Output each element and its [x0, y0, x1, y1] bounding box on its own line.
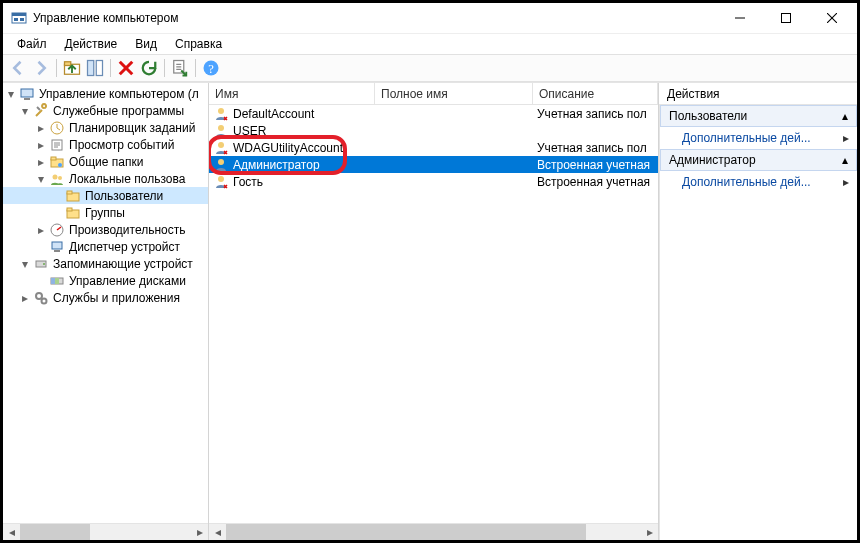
refresh-button[interactable]: [138, 57, 160, 79]
col-name[interactable]: Имя: [209, 83, 375, 104]
svg-point-40: [218, 108, 224, 114]
svg-point-43: [218, 159, 224, 165]
chevron-right-icon: ▸: [843, 131, 849, 145]
tree-pane: ▾ Управление компьютером (л ▾ Служебные …: [3, 83, 209, 540]
list-row[interactable]: USER: [209, 122, 658, 139]
menu-help[interactable]: Справка: [167, 35, 230, 53]
toolbar-separator: [110, 59, 111, 77]
event-icon: [49, 137, 65, 153]
collapse-icon[interactable]: ▾: [5, 88, 17, 100]
tree-root[interactable]: ▾ Управление компьютером (л: [3, 85, 208, 102]
tree-shared-folders[interactable]: ▸ Общие папки: [3, 153, 208, 170]
list-row[interactable]: Гость Встроенная учетная: [209, 173, 658, 190]
tree-storage[interactable]: ▾ Запоминающие устройст: [3, 255, 208, 272]
window: Управление компьютером Файл Действие Вид…: [0, 0, 860, 543]
expand-icon[interactable]: ▸: [35, 156, 47, 168]
actions-more-admin[interactable]: Дополнительные дей... ▸: [660, 171, 857, 193]
svg-rect-36: [51, 278, 55, 284]
col-fullname[interactable]: Полное имя: [375, 83, 533, 104]
services-icon: [33, 290, 49, 306]
actions-group-admin[interactable]: Администратор ▴: [660, 149, 857, 171]
scroll-left-button[interactable]: ◂: [3, 524, 20, 540]
svg-text:?: ?: [208, 62, 214, 76]
tree-groups[interactable]: Группы: [3, 204, 208, 221]
list-row[interactable]: WDAGUtilityAccount Учетная запись пол: [209, 139, 658, 156]
menu-action[interactable]: Действие: [57, 35, 126, 53]
tree-task-scheduler[interactable]: ▸ Планировщик заданий: [3, 119, 208, 136]
svg-rect-27: [67, 191, 72, 194]
expand-icon[interactable]: ▸: [19, 292, 31, 304]
user-icon: [213, 174, 229, 190]
user-icon: [213, 157, 229, 173]
device-icon: [49, 239, 65, 255]
close-button[interactable]: [809, 4, 855, 32]
toolbar-separator: [56, 59, 57, 77]
titlebar: Управление компьютером: [3, 3, 857, 34]
scroll-thumb[interactable]: [226, 524, 586, 540]
actions-title: Действия: [659, 83, 857, 105]
expand-icon[interactable]: ▸: [35, 122, 47, 134]
scroll-right-button[interactable]: ▸: [641, 524, 658, 540]
toolbar-separator: [164, 59, 165, 77]
tree-device-manager[interactable]: Диспетчер устройст: [3, 238, 208, 255]
collapse-icon[interactable]: ▾: [19, 258, 31, 270]
back-button[interactable]: [7, 57, 29, 79]
svg-point-34: [43, 263, 45, 265]
scroll-right-button[interactable]: ▸: [191, 524, 208, 540]
clock-icon: [49, 120, 65, 136]
tree-users[interactable]: Пользователи: [3, 187, 208, 204]
list-row[interactable]: DefaultAccount Учетная запись пол: [209, 105, 658, 122]
svg-rect-29: [67, 208, 72, 211]
actions-group-users[interactable]: Пользователи ▴: [660, 105, 857, 127]
col-description[interactable]: Описание: [533, 83, 658, 104]
svg-rect-31: [52, 242, 62, 249]
user-icon: [213, 106, 229, 122]
chevron-up-icon: ▴: [842, 153, 848, 167]
svg-rect-37: [55, 278, 59, 284]
collapse-icon[interactable]: ▾: [35, 173, 47, 185]
actions-more-users[interactable]: Дополнительные дей... ▸: [660, 127, 857, 149]
user-icon: [213, 140, 229, 156]
help-button[interactable]: ?: [200, 57, 222, 79]
user-icon: [213, 123, 229, 139]
actions-body: Пользователи ▴ Дополнительные дей... ▸ А…: [659, 105, 857, 540]
show-hide-button[interactable]: [84, 57, 106, 79]
main-area: ▾ Управление компьютером (л ▾ Служебные …: [3, 82, 857, 540]
export-button[interactable]: [169, 57, 191, 79]
svg-rect-3: [20, 18, 24, 21]
scroll-thumb[interactable]: [20, 524, 90, 540]
app-icon: [11, 10, 27, 26]
tree-performance[interactable]: ▸ Производительность: [3, 221, 208, 238]
scrollbar-horizontal[interactable]: ◂ ▸: [3, 523, 208, 540]
svg-rect-11: [96, 61, 102, 76]
scroll-left-button[interactable]: ◂: [209, 524, 226, 540]
svg-rect-17: [21, 89, 33, 97]
tree-system-tools[interactable]: ▾ Служебные программы: [3, 102, 208, 119]
tree-services[interactable]: ▸ Службы и приложения: [3, 289, 208, 306]
folder-icon: [65, 205, 81, 221]
list-pane: Имя Полное имя Описание DefaultAccount У…: [209, 83, 659, 540]
actions-pane: Действия Пользователи ▴ Дополнительные д…: [659, 83, 857, 540]
list-row[interactable]: Администратор Встроенная учетная: [209, 156, 658, 173]
scrollbar-horizontal[interactable]: ◂ ▸: [209, 523, 658, 540]
svg-point-23: [58, 163, 62, 167]
svg-point-38: [36, 293, 42, 299]
collapse-icon[interactable]: ▾: [19, 105, 31, 117]
tools-icon: [33, 103, 49, 119]
menu-file[interactable]: Файл: [9, 35, 55, 53]
forward-button[interactable]: [30, 57, 52, 79]
users-icon: [49, 171, 65, 187]
user-list[interactable]: DefaultAccount Учетная запись пол USER W…: [209, 105, 658, 523]
folder-icon: [65, 188, 81, 204]
expand-icon[interactable]: ▸: [35, 224, 47, 236]
tree-disk-management[interactable]: Управление дисками: [3, 272, 208, 289]
expand-icon[interactable]: ▸: [35, 139, 47, 151]
maximize-button[interactable]: [763, 4, 809, 32]
tree-local-users[interactable]: ▾ Локальные пользова: [3, 170, 208, 187]
tree-event-viewer[interactable]: ▸ Просмотр событий: [3, 136, 208, 153]
menu-view[interactable]: Вид: [127, 35, 165, 53]
delete-button[interactable]: [115, 57, 137, 79]
tree[interactable]: ▾ Управление компьютером (л ▾ Служебные …: [3, 83, 208, 523]
minimize-button[interactable]: [717, 4, 763, 32]
up-button[interactable]: [61, 57, 83, 79]
